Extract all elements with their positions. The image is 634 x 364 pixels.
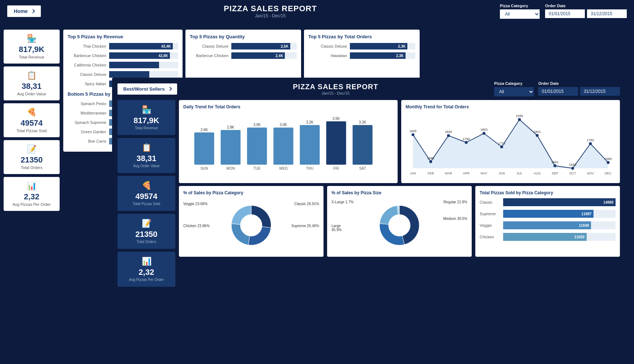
- bar-track: 43,4K: [109, 43, 178, 49]
- regular-label: Regular 21.8%: [443, 200, 467, 204]
- overlay-kpi-pizzas-icon: 🍕: [121, 181, 172, 190]
- svg-text:OCT: OCT: [569, 172, 577, 175]
- svg-point-33: [483, 132, 485, 135]
- sales-by-size-title: % of Sales by Pizza Size: [331, 190, 467, 195]
- svg-text:JUN: JUN: [498, 172, 505, 175]
- cat-bar-track: 14888: [503, 198, 616, 206]
- svg-text:3.5K: 3.5K: [333, 117, 340, 121]
- svg-text:FEB: FEB: [428, 172, 434, 175]
- cat-bar-fill: 11649: [503, 221, 591, 229]
- date-from-input[interactable]: [545, 9, 585, 18]
- overlay-date-inputs: [538, 87, 620, 96]
- report-title-text: PIZZA SALES REPORT: [224, 4, 317, 13]
- kpi-avg-per-order-icon: 📊: [8, 181, 55, 191]
- bar-fill: [109, 71, 149, 78]
- kpi-revenue-value: 817,9K: [8, 45, 55, 54]
- bar-label: Hawaiian: [308, 53, 350, 58]
- bar-track: [109, 71, 178, 78]
- donut2-svg: [363, 198, 436, 252]
- donut2-container: X-Large 1.7% Large45.9% Regular 21.8% Me…: [331, 198, 467, 252]
- kpi-avg-order: 📋 38,31 Avg Order Value: [4, 66, 60, 100]
- svg-rect-3: [221, 130, 241, 165]
- cat-bar-item: Chicken11050: [480, 233, 616, 241]
- bar-label: Classic Deluxe: [190, 44, 231, 48]
- overlay-kpi-pizzas: 🍕 49574 Total Pizzas Sold: [117, 176, 175, 211]
- overlay-kpi-avg-value: 38,31: [121, 154, 172, 163]
- medium-label: Medium 30.5%: [443, 217, 467, 221]
- svg-text:1661: 1661: [551, 160, 558, 164]
- kpi-orders-value: 21350: [8, 155, 55, 165]
- svg-rect-9: [274, 127, 294, 165]
- svg-point-51: [589, 142, 592, 145]
- total-by-cat-card: Total Pizzas Sold by Pizza Category Clas…: [475, 186, 620, 257]
- overlay-kpi-orders-icon: 📝: [121, 219, 172, 228]
- overlay-cat-filter: Pizza Category All: [494, 81, 534, 96]
- bar-fill: 2,3K: [350, 52, 406, 59]
- svg-point-27: [447, 134, 450, 137]
- date-to-input[interactable]: [587, 9, 627, 18]
- bar-track: 2,3K: [350, 52, 415, 59]
- bar-label: Green Garden: [68, 130, 109, 134]
- svg-text:MON: MON: [226, 166, 235, 170]
- kpi-total-orders: 📝 21350 Total Orders: [4, 140, 60, 174]
- bar-hawaiian-orders: Hawaiian 2,3K: [308, 52, 415, 59]
- bar-label: Classic Deluxe: [68, 72, 109, 77]
- svg-text:1646: 1646: [569, 163, 576, 166]
- bar-track: 42,8K: [109, 52, 178, 59]
- bar-label: Spinach Supreme: [68, 120, 109, 125]
- xlarge-label: X-Large 1.7%: [331, 200, 354, 204]
- best-worst-button[interactable]: Best/Worst Sellers: [117, 83, 177, 95]
- best-worst-chevron-icon: [168, 87, 172, 91]
- bar-fill: 2,5K: [231, 43, 290, 49]
- overlay-kpi-col: 🏪 817,9K Total Revenue 📋 38,31 Avg Order…: [117, 100, 175, 287]
- daily-trend-svg: 2.6KSUN2.8KMON3.0KTUE3.0KWED3.2KTHU3.5KF…: [183, 112, 393, 177]
- svg-text:APR: APR: [463, 172, 470, 175]
- cat-bar-item: Supreme11987: [480, 210, 616, 218]
- cat-bar-item: Veggie11649: [480, 221, 616, 229]
- overlay-charts-right: Daily Trend for Total Orders 2.6KSUN2.8K…: [179, 100, 620, 287]
- svg-text:AUG: AUG: [534, 172, 541, 175]
- cat-bar-label: Chicken: [480, 235, 503, 239]
- overlay-kpi-pizzas-label: Total Pizzas Sold: [121, 202, 172, 206]
- bar-bbq-qty: Barbecue Chicken 2,4K: [190, 52, 297, 59]
- svg-text:SEP: SEP: [552, 172, 558, 175]
- bar-fill: 2,4K: [231, 52, 285, 59]
- overlay-kpi-avg-icon: 📋: [121, 143, 172, 152]
- top-orders-title: Top 5 Pizzas by Total Orders: [308, 34, 415, 39]
- overlay-date-to[interactable]: [580, 87, 620, 96]
- daily-chart-area: 2.6KSUN2.8KMON3.0KTUE3.0KWED3.2KTHU3.5KF…: [183, 112, 393, 179]
- kpi-pizzas-value: 49574: [8, 118, 55, 128]
- overlay-kpi-avg-order: 📋 38,31 Avg Order Value: [117, 138, 175, 173]
- overlay-header: Best/Worst Sellers PIZZA SALES REPORT Ja…: [117, 81, 620, 96]
- bar-label: Thai Chicken: [68, 44, 109, 48]
- category-filter-select[interactable]: All: [500, 9, 540, 19]
- bar-label: California Chicken: [68, 63, 109, 67]
- overlay-kpi-avg-per-label: Avg Pizzas Per Order: [121, 278, 172, 282]
- overlay-cat-select[interactable]: All: [494, 87, 534, 96]
- veggie-label: Veggie 23.68%: [183, 202, 210, 206]
- kpi-avg-order-label: Avg Order Value: [8, 92, 55, 96]
- svg-rect-0: [194, 133, 214, 165]
- overlay-date-from[interactable]: [538, 87, 578, 96]
- cat-bar-fill: 14888: [503, 198, 616, 206]
- outer-container: Home PIZZA SALES REPORT Jan/15 - Dec/15 …: [0, 0, 634, 364]
- top-revenue-title: Top 5 Pizzas by Revenue: [68, 34, 178, 39]
- home-button[interactable]: Home: [7, 5, 41, 17]
- svg-point-42: [536, 134, 539, 137]
- bar-track: 2,3K: [350, 43, 415, 49]
- overlay-date-filter: Order Date: [538, 81, 620, 96]
- daily-trend-card: Daily Trend for Total Orders 2.6KSUN2.8K…: [179, 100, 398, 183]
- svg-text:DEC: DEC: [605, 172, 612, 175]
- svg-text:FRI: FRI: [333, 166, 339, 170]
- cat-bar-track: 11050: [503, 233, 616, 241]
- overlay-kpi-orders-value: 21350: [121, 230, 172, 239]
- svg-point-39: [518, 118, 521, 121]
- svg-point-30: [465, 141, 468, 144]
- overlay-content: 🏪 817,9K Total Revenue 📋 38,31 Avg Order…: [117, 100, 620, 287]
- svg-text:1845: 1845: [409, 129, 416, 133]
- donut1-container: Veggie 23.68% Chicken 23.96% Classic 26.…: [183, 198, 319, 252]
- svg-text:THU: THU: [306, 166, 314, 170]
- date-filter-group: Order Date: [545, 4, 627, 18]
- svg-text:1685: 1685: [427, 156, 434, 160]
- monthly-trend-title: Monthly Trend for Total Orders: [406, 104, 616, 109]
